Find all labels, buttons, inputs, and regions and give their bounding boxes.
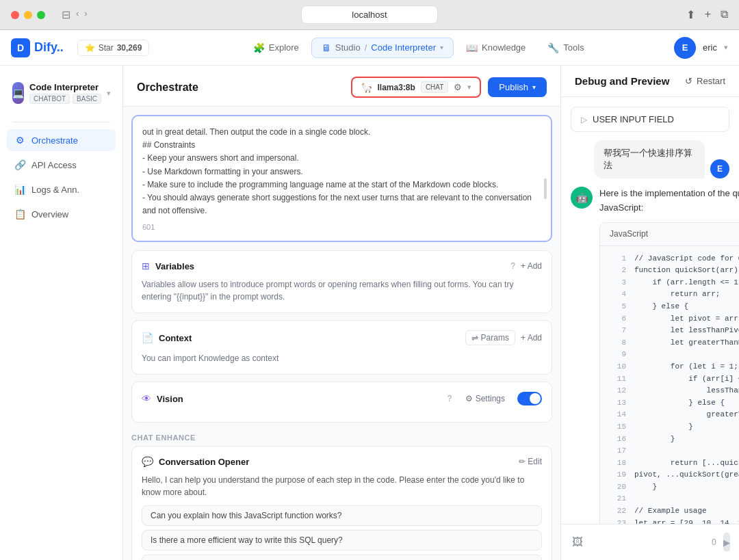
user-input-label: USER INPUT FIELD <box>593 114 674 124</box>
overview-icon: 📋 <box>14 209 26 219</box>
close-button[interactable] <box>11 11 19 19</box>
back-icon[interactable]: ‹ <box>76 8 79 21</box>
maximize-button[interactable] <box>37 11 45 19</box>
code-line: 3 if (arr.length <= 1) { <box>600 277 739 289</box>
code-line: 19pivot, ...quickSort(greaterThanPivot)]… <box>600 469 739 481</box>
debug-content[interactable]: ▷ USER INPUT FIELD 帮我写一个快速排序算法 E 🤖 Here … <box>561 97 739 524</box>
main-layout: 💻 Code Interpreter CHATBOT BASIC ▾ ⚙ Orc… <box>0 66 739 560</box>
debug-input-area: 🖼 0 ▶ <box>561 524 739 560</box>
debug-title: Debug and Preview <box>575 75 669 87</box>
variables-add-button[interactable]: + Add <box>521 261 542 271</box>
context-params-button[interactable]: ⇌ Params <box>465 330 515 345</box>
model-selector[interactable]: 🦙 llama3:8b CHAT ⚙ ▾ <box>351 77 482 98</box>
chat-enhance-header: CHAT ENHANCE <box>123 429 560 446</box>
star-button[interactable]: ⭐ Star 30,269 <box>77 40 150 56</box>
user-avatar-small: E <box>710 159 729 178</box>
titlebar-actions: ⬆ + ⧉ <box>686 8 728 21</box>
nav-explore-label: Explore <box>269 42 299 53</box>
nav-separator: / <box>365 42 367 53</box>
nav-item-studio[interactable]: 🖥 Studio / Code Interpreter ▾ <box>311 38 454 58</box>
code-line: 7 let lessThanPivot = []; <box>600 325 739 337</box>
sidebar-orchestrate-label: Orchestrate <box>31 135 78 146</box>
code-line: 10 for (let i = 1; i < arr.length; i++) … <box>600 361 739 373</box>
nav-item-explore[interactable]: 🧩 Explore <box>244 38 309 57</box>
suggestion-3[interactable]: How would I convert this block of Python… <box>142 555 542 560</box>
sidebar-item-overview[interactable]: 📋 Overview <box>7 203 116 225</box>
variables-title: Variables <box>155 261 505 271</box>
current-app-label: Code Interpreter <box>371 42 436 53</box>
traffic-lights <box>11 11 45 19</box>
chat-enhance-label: CHAT ENHANCE <box>131 434 196 442</box>
studio-label: Studio <box>335 42 361 53</box>
code-line: 17 <box>600 445 739 457</box>
model-settings-icon[interactable]: ⚙ <box>454 82 462 92</box>
debug-header: Debug and Preview ↺ Restart <box>561 66 739 97</box>
chatbot-badge: CHATBOT <box>29 94 70 104</box>
nav-items: 🧩 Explore 🖥 Studio / Code Interpreter ▾ … <box>163 38 674 58</box>
logo[interactable]: D Dify.. <box>11 38 64 57</box>
suggestion-1[interactable]: Can you explain how this JavaScript func… <box>142 505 542 526</box>
sidebar-app-type: CHATBOT BASIC <box>29 94 101 104</box>
url-bar[interactable]: localhost <box>301 5 438 24</box>
opener-header: 💬 Conversation Opener ✏ Edit <box>142 456 542 467</box>
publish-button[interactable]: Publish ▾ <box>488 77 547 97</box>
publish-dropdown-icon: ▾ <box>532 83 536 91</box>
sidebar-item-logs[interactable]: 📊 Logs & Ann. <box>7 178 116 200</box>
forward-icon[interactable]: › <box>84 8 87 21</box>
sidebar-chevron-icon[interactable]: ▾ <box>107 89 111 98</box>
code-line: 9 <box>600 349 739 361</box>
vision-toggle[interactable] <box>517 392 542 405</box>
add-tab-icon[interactable]: + <box>705 8 711 21</box>
user-dropdown-icon[interactable]: ▾ <box>724 43 728 52</box>
model-dropdown-icon[interactable]: ▾ <box>467 83 471 92</box>
system-prompt[interactable]: out in great detail. Then output the cod… <box>131 115 552 242</box>
explore-icon: 🧩 <box>253 42 265 53</box>
code-line: 20 } <box>600 481 739 494</box>
share-icon[interactable]: ⬆ <box>686 8 695 21</box>
logo-icon: D <box>11 38 30 57</box>
user-input-field[interactable]: ▷ USER INPUT FIELD <box>571 107 729 132</box>
nav-right: E eric ▾ <box>674 37 728 59</box>
restart-button[interactable]: ↺ Restart <box>685 76 725 86</box>
orchestrate-content[interactable]: out in great detail. Then output the cod… <box>123 107 560 560</box>
vision-section: 👁 Vision ? ⚙ Settings <box>131 382 552 423</box>
vision-settings-button[interactable]: ⚙ Settings <box>465 394 505 403</box>
nav-item-knowledge[interactable]: 📖 Knowledge <box>456 38 535 57</box>
sidebar-logs-label: Logs & Ann. <box>31 185 79 195</box>
variables-help-icon[interactable]: ? <box>510 261 515 271</box>
publish-label: Publish <box>499 82 528 92</box>
send-button[interactable]: ▶ <box>723 533 730 552</box>
sidebar-item-api-access[interactable]: 🔗 API Access <box>7 154 116 176</box>
code-line: 21 <box>600 493 739 505</box>
assistant-intro-text: Here is the implementation of the quicks… <box>599 187 739 215</box>
sidebar-toggle-icon[interactable]: ⊟ <box>62 8 70 21</box>
tabs-icon[interactable]: ⧉ <box>721 8 728 21</box>
opener-edit-button[interactable]: ✏ Edit <box>519 457 542 466</box>
variables-icon: ⊞ <box>142 261 150 271</box>
orchestrate-title: Orchestrate <box>137 81 198 94</box>
code-line: 11 if (arr[i] <= pivot) { <box>600 373 739 386</box>
code-line: 2function quickSort(arr) { <box>600 265 739 277</box>
restart-icon: ↺ <box>685 76 692 86</box>
nav-item-tools[interactable]: 🔧 Tools <box>538 38 593 57</box>
minimize-button[interactable] <box>24 11 32 19</box>
context-header: 📄 Context ⇌ Params + Add <box>142 330 542 345</box>
user-avatar[interactable]: E <box>674 37 696 59</box>
code-line: 14 greaterThanPivot.push(arr[i]); <box>600 409 739 421</box>
suggestion-2[interactable]: Is there a more efficient way to write t… <box>142 530 542 550</box>
context-add-button[interactable]: + Add <box>521 333 542 343</box>
nav-breadcrumb: Studio / Code Interpreter ▾ <box>335 42 443 53</box>
orchestrate-panel: Orchestrate 🦙 llama3:8b CHAT ⚙ ▾ Publish… <box>123 66 561 560</box>
restart-label: Restart <box>697 76 725 86</box>
sidebar-item-orchestrate[interactable]: ⚙ Orchestrate <box>7 129 116 151</box>
image-attach-icon[interactable]: 🖼 <box>572 536 583 548</box>
debug-input[interactable] <box>590 537 705 548</box>
code-line: 6 let pivot = arr[0]; <box>600 313 739 325</box>
code-line: 13 } else { <box>600 397 739 410</box>
vision-title: Vision <box>157 394 442 404</box>
vision-help-icon[interactable]: ? <box>448 394 452 403</box>
scrollbar[interactable] <box>544 178 547 199</box>
star-label: Star <box>99 43 114 53</box>
logo-text: Dify.. <box>34 40 64 55</box>
dropdown-arrow-icon[interactable]: ▾ <box>440 44 443 51</box>
